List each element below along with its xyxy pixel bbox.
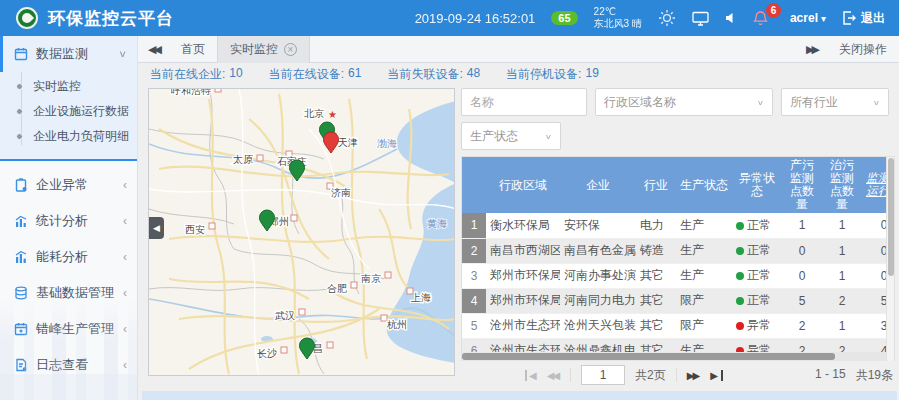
city-dot: [257, 155, 263, 161]
stats-bar: 当前在线企业:10 当前在线设备:61 当前失联设备:48 当前停机设备:19: [138, 63, 899, 86]
status-dot-icon: [736, 297, 744, 305]
status-dot-icon: [736, 222, 744, 230]
chevron-down-icon: ∨: [545, 132, 552, 140]
chevron-down-icon: ∨: [118, 48, 127, 59]
map-city-label: 太原: [233, 154, 253, 165]
sidebar-item-energy-analysis[interactable]: 能耗分析 ‹: [0, 239, 137, 275]
next-page-button[interactable]: ▶▶: [687, 370, 700, 381]
monitor-icon[interactable]: [692, 11, 709, 26]
database-icon: [14, 286, 28, 300]
notification-count-badge[interactable]: 6: [766, 3, 781, 18]
name-search-input[interactable]: [461, 88, 587, 116]
city-dot: [291, 215, 297, 221]
table-row[interactable]: 1 衡水环保局安环保 电力生产 正常 110: [462, 213, 895, 238]
sidebar-item-log-view[interactable]: 日志查看 ‹: [0, 347, 137, 383]
panel-collapse-button[interactable]: ◀: [149, 217, 164, 239]
tabs-scroll-right-button[interactable]: ▶▶: [796, 43, 827, 56]
app-logo-icon: [16, 7, 38, 29]
record-range-label: 1 - 15: [815, 367, 846, 384]
city-dot: [327, 342, 333, 348]
sidebar-item-realtime-monitoring[interactable]: 实时监控: [0, 74, 137, 99]
sidebar-item-enterprise-abnormal[interactable]: 企业异常 ‹: [0, 167, 137, 203]
chevron-down-icon: ∨: [757, 98, 764, 106]
sidebar-item-base-data[interactable]: 基础数据管理 ‹: [0, 275, 137, 311]
bar-chart-icon: [14, 214, 28, 228]
enterprise-table: 行政区域 企业 行业 生产状态 异常状态 产污监测点数量 治污监测点数量 监测点…: [461, 156, 895, 361]
close-icon[interactable]: ×: [284, 43, 297, 56]
map-marker[interactable]: [324, 132, 339, 153]
sea-label: 渤海: [377, 138, 397, 149]
chevron-left-icon: ‹: [123, 214, 127, 228]
tab-realtime-monitoring[interactable]: 实时监控 ×: [217, 36, 310, 63]
aqi-badge: 65: [551, 11, 577, 25]
table-row[interactable]: 2 南昌市西湖区环保局南昌有色金属有限 铸造生产 正常 010: [462, 238, 895, 263]
tab-bar: ◀◀ 首页 实时监控 × ▶▶ 关闭操作: [138, 36, 899, 63]
map-city-label: 西安: [185, 224, 205, 235]
footer-strip: [142, 391, 897, 400]
calendar-icon: [14, 47, 28, 61]
map-city-label: 上海: [410, 292, 431, 303]
capital-star-icon: ★: [328, 109, 337, 120]
calendar-icon: [14, 322, 28, 336]
total-pages-label: 共2页: [635, 367, 666, 384]
sun-icon: [658, 9, 676, 27]
tabs-scroll-left-button[interactable]: ◀◀: [138, 43, 169, 56]
city-dot: [281, 347, 287, 353]
prev-page-button[interactable]: ◀◀: [547, 370, 560, 381]
last-page-button[interactable]: ▶: [710, 370, 723, 381]
map-marker[interactable]: [260, 210, 275, 231]
map-city-label: 南京: [361, 273, 381, 284]
map-marker[interactable]: [300, 338, 315, 359]
pagination-bar: ◀ ◀◀ 共2页 ▶▶ ▶ 1 - 15 共19条: [461, 365, 895, 385]
sidebar-item-power-load-detail[interactable]: 企业电力负荷明细: [0, 124, 137, 149]
first-page-button[interactable]: ◀: [525, 370, 537, 381]
vertical-scrollbar[interactable]: [886, 157, 894, 361]
sidebar-item-peak-production[interactable]: 错峰生产管理 ‹: [0, 311, 137, 347]
bullet-dot-icon: [16, 133, 23, 140]
map-city-label: 合肥: [327, 283, 347, 294]
document-icon: [14, 358, 28, 372]
status-dot-icon: [736, 322, 744, 330]
sidebar-item-facility-data[interactable]: 企业设施运行数据: [0, 99, 137, 124]
chevron-left-icon: ‹: [123, 250, 127, 264]
city-dot: [215, 89, 221, 92]
sidebar-item-statistics[interactable]: 统计分析 ‹: [0, 203, 137, 239]
china-map[interactable]: 渤海 黄海 呼和浩特 北京 ★ 天津 太原 石家庄 济南 西安: [148, 88, 455, 376]
production-status-select[interactable]: 生产状态 ∨: [461, 122, 561, 150]
table-header-row: 行政区域 企业 行业 生产状态 异常状态 产污监测点数量 治污监测点数量 监测点…: [462, 157, 895, 213]
weather-info: 22℃东北风3 晴: [594, 6, 642, 30]
stat-value: 48: [467, 66, 480, 83]
chevron-down-icon: ∨: [873, 98, 880, 106]
region-select[interactable]: 行政区域名称 ∨: [595, 88, 773, 116]
logout-button[interactable]: 退出: [842, 10, 885, 27]
stat-value: 10: [229, 66, 242, 83]
map-city-label: 杭州: [386, 319, 407, 330]
app-header: 环保监控云平台 2019-09-24 16:52:01 65 22℃东北风3 晴: [0, 0, 899, 36]
stat-value: 19: [585, 66, 598, 83]
map-city-label: 长沙: [257, 348, 277, 359]
sidebar-item-data-monitoring[interactable]: 数据监测 ∨: [0, 36, 137, 72]
sea-label: 黄海: [427, 218, 447, 229]
city-dot: [351, 282, 357, 288]
caret-down-icon: ▾: [821, 13, 826, 24]
speaker-icon[interactable]: [725, 12, 737, 24]
map-city-label: 武汉: [275, 310, 295, 321]
industry-select[interactable]: 所有行业 ∨: [781, 88, 889, 116]
table-row[interactable]: 5 沧州市生态环保局沧州天兴包装制品 其它限产 异常 213: [462, 313, 895, 338]
city-dot: [299, 309, 305, 315]
status-dot-icon: [736, 247, 744, 255]
record-total-label: 共19条: [856, 367, 893, 384]
map-marker[interactable]: [290, 160, 305, 181]
tab-home[interactable]: 首页: [169, 36, 217, 63]
bell-icon[interactable]: 6: [753, 10, 768, 26]
page-number-input[interactable]: [581, 365, 625, 385]
horizontal-scrollbar[interactable]: [462, 352, 886, 361]
chevron-left-icon: ‹: [123, 322, 127, 336]
map-city-label: 呼和浩特: [171, 89, 211, 96]
table-row[interactable]: 3 郑州市环保局河南办事处演示 其它生产 正常 010: [462, 263, 895, 288]
map-city-label: 天津: [338, 137, 358, 148]
table-row[interactable]: 4 郑州市环保局河南同力电力设备 其它限产 正常 525: [462, 288, 895, 313]
close-operations-button[interactable]: 关闭操作: [827, 41, 899, 58]
bar-chart-icon: [14, 250, 28, 264]
user-menu[interactable]: acrel▾: [790, 11, 826, 25]
